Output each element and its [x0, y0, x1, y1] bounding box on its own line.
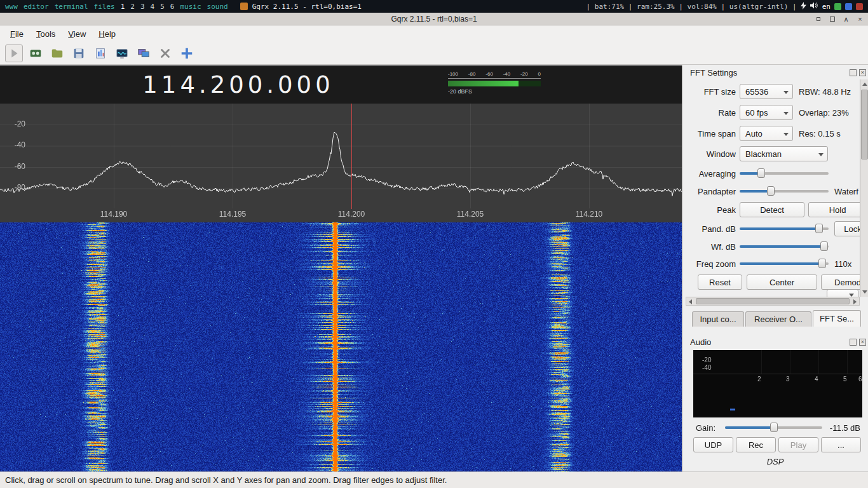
- slider-handle[interactable]: [767, 186, 775, 196]
- scrollbar-thumb[interactable]: [696, 298, 850, 304]
- audio-fft-display[interactable]: -20 -40 2 3 4 5 6: [693, 350, 862, 417]
- workspace-files[interactable]: files: [94, 3, 115, 11]
- audio-dock-close-icon[interactable]: ×: [859, 339, 866, 346]
- slider-handle[interactable]: [757, 168, 765, 178]
- fft-settings-title: FFT Settings: [690, 68, 737, 78]
- fft-buttons-row: Reset Center Demod: [682, 274, 868, 290]
- center-button[interactable]: Center: [747, 274, 817, 290]
- workspace-2[interactable]: 2: [130, 3, 135, 11]
- workspace-6[interactable]: 6: [170, 3, 175, 11]
- tray-icon-blue[interactable]: [845, 3, 852, 10]
- remote-control-button[interactable]: [135, 44, 153, 62]
- menu-view[interactable]: View: [62, 27, 92, 41]
- window-shade-button[interactable]: ∧: [842, 15, 850, 24]
- taskbar-window-title[interactable]: Gqrx 2.11.5 - rtl=0,bias=1: [252, 3, 362, 11]
- save-button[interactable]: [70, 44, 88, 62]
- time-span-label: Time span: [682, 125, 736, 142]
- tray-icon-green[interactable]: [834, 3, 841, 10]
- spectrum-canvas[interactable]: [0, 104, 682, 222]
- time-span-row: Time span Auto Res: 0.15 s: [682, 125, 868, 142]
- start-dsp-button[interactable]: [5, 44, 23, 62]
- spectrum-x-label: 114.190: [92, 210, 136, 219]
- window-pin-button[interactable]: [814, 15, 822, 24]
- slider-handle[interactable]: [818, 259, 826, 268]
- reset-button[interactable]: Reset: [698, 274, 742, 290]
- gain-value: -11.5 dB: [825, 421, 860, 435]
- workspace-terminal[interactable]: terminal: [55, 3, 88, 11]
- audio-x-label: 2: [757, 376, 761, 383]
- fft-settings-titlebar: FFT Settings ×: [682, 65, 868, 79]
- fft-vertical-scrollbar[interactable]: [860, 79, 868, 297]
- iq-tool-button[interactable]: [113, 44, 131, 62]
- volume-icon[interactable]: [810, 2, 818, 11]
- waterfall-canvas[interactable]: [0, 222, 682, 471]
- scrollbar-thumb[interactable]: [861, 90, 868, 159]
- workspace-4[interactable]: 4: [151, 3, 155, 11]
- spectrum-plot[interactable]: -20 -40 -60 -80 114.190 114.195 114.200 …: [0, 104, 682, 222]
- slider-handle[interactable]: [820, 241, 828, 251]
- tune-line[interactable]: [351, 104, 352, 209]
- menu-tools[interactable]: Tools: [30, 27, 62, 41]
- fft-dock-close-icon[interactable]: ×: [859, 69, 866, 76]
- peak-detect-button[interactable]: Detect: [740, 202, 804, 217]
- slider-handle[interactable]: [770, 423, 778, 432]
- averaging-slider[interactable]: [740, 166, 829, 180]
- tab-receiver-options[interactable]: Receiver O...: [745, 311, 811, 327]
- wf-db-slider[interactable]: [740, 240, 829, 254]
- waterfall-display[interactable]: [0, 222, 682, 471]
- pandapter-split-slider[interactable]: [740, 184, 829, 198]
- fft-horizontal-scrollbar[interactable]: [686, 297, 860, 306]
- window-maximize-button[interactable]: [828, 15, 836, 24]
- keyboard-layout-indicator[interactable]: en: [822, 3, 831, 11]
- udp-button[interactable]: UDP: [693, 437, 733, 452]
- workspace-music[interactable]: music: [180, 3, 201, 11]
- meter-tick: -20: [520, 71, 528, 77]
- audio-dock-float-icon[interactable]: [850, 339, 857, 346]
- averaging-label: Averaging: [682, 166, 736, 180]
- time-span-combo[interactable]: Auto: [740, 126, 793, 141]
- play-button[interactable]: Play: [778, 437, 818, 452]
- pand-db-slider[interactable]: [740, 222, 829, 236]
- workspace-www[interactable]: www: [5, 3, 18, 11]
- scroll-up-icon[interactable]: [862, 83, 867, 86]
- bookmarks-button[interactable]: [92, 44, 109, 62]
- tab-fft-settings[interactable]: FFT Se...: [813, 310, 861, 327]
- window-close-button[interactable]: ×: [856, 15, 864, 24]
- audio-options-button[interactable]: ...: [821, 437, 861, 452]
- peak-hold-button[interactable]: Hold: [808, 202, 867, 217]
- rate-combo[interactable]: 60 fps: [740, 105, 793, 120]
- workspace-sound[interactable]: sound: [207, 3, 228, 11]
- floppy-icon: [72, 46, 86, 60]
- frequency-readout[interactable]: 114.200.000: [95, 71, 381, 98]
- audio-canvas[interactable]: [693, 350, 862, 417]
- tab-input-controls[interactable]: Input co...: [692, 311, 744, 327]
- iq-record-button[interactable]: [27, 44, 44, 62]
- scroll-down-icon[interactable]: [862, 290, 867, 294]
- freq-zoom-slider[interactable]: [740, 257, 829, 271]
- gain-slider[interactable]: [725, 421, 822, 435]
- slider-handle[interactable]: [815, 224, 823, 233]
- scroll-right-icon[interactable]: [853, 299, 857, 304]
- fft-size-label: FFT size: [682, 83, 736, 100]
- tray-icon-red[interactable]: [856, 3, 863, 10]
- open-file-button[interactable]: [48, 44, 66, 62]
- workspace-1[interactable]: 1: [121, 3, 125, 11]
- scroll-left-icon[interactable]: [689, 299, 692, 304]
- window-titlebar[interactable]: Gqrx 2.11.5 - rtl=0,bias=1 ∧ ×: [0, 13, 868, 25]
- menu-file[interactable]: File: [4, 27, 30, 41]
- workspace-3[interactable]: 3: [140, 3, 145, 11]
- fft-dock-float-icon[interactable]: [850, 69, 857, 76]
- window-combo[interactable]: Blackman: [740, 146, 828, 161]
- gqrx-taskbar-icon[interactable]: [240, 3, 248, 10]
- res-info: Res: 0.15 s: [799, 125, 857, 142]
- workspace-editor[interactable]: editor: [24, 3, 49, 11]
- dsp-tools-button[interactable]: [156, 44, 174, 62]
- meter-scale: -100 -80 -60 -40 -20 0: [448, 71, 541, 79]
- pandapter-label: Pandapter: [682, 184, 736, 198]
- menu-help[interactable]: Help: [92, 27, 122, 41]
- workspace-5[interactable]: 5: [160, 3, 165, 11]
- fft-size-combo[interactable]: 65536: [740, 84, 793, 99]
- tune-pad-button[interactable]: [178, 44, 196, 62]
- rec-button[interactable]: Rec: [736, 437, 776, 452]
- spectrum-y-label: -40: [4, 140, 25, 149]
